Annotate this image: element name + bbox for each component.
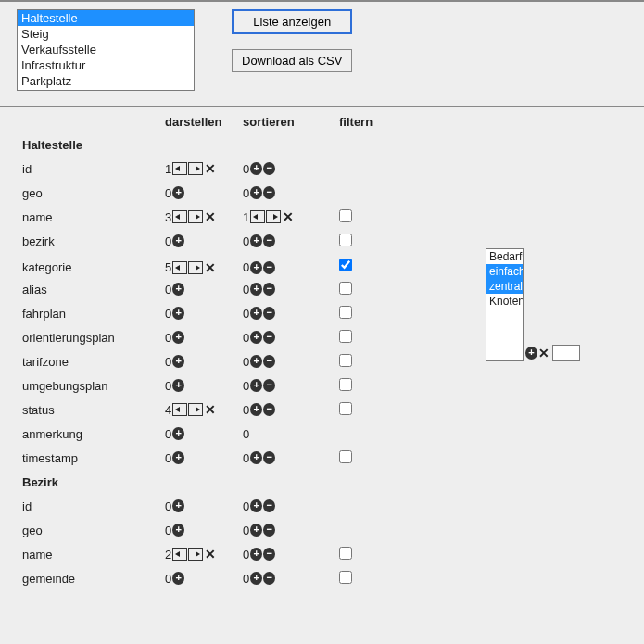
plus-icon[interactable]: + xyxy=(172,427,184,440)
arrow-left-icon[interactable] xyxy=(250,210,265,223)
minus-icon[interactable]: − xyxy=(263,283,275,296)
minus-icon[interactable]: − xyxy=(263,403,275,416)
plus-icon[interactable]: + xyxy=(250,451,262,464)
minus-icon[interactable]: − xyxy=(263,451,275,464)
filter-listbox-option[interactable]: einfache Hst. xyxy=(486,264,523,279)
arrow-right-icon[interactable] xyxy=(188,261,203,274)
plus-icon[interactable]: + xyxy=(250,331,262,344)
plus-icon[interactable]: + xyxy=(250,283,262,296)
row-label: id xyxy=(22,157,165,181)
plus-icon[interactable]: + xyxy=(250,403,262,416)
plus-icon[interactable]: + xyxy=(250,355,262,368)
filter-checkbox[interactable] xyxy=(339,450,352,463)
filter-listbox-option[interactable]: Bedarfshst. xyxy=(486,249,523,264)
plus-icon[interactable]: + xyxy=(172,379,184,392)
row-label: tarifzone xyxy=(22,349,165,373)
plus-icon[interactable]: + xyxy=(250,234,262,247)
plus-icon[interactable]: + xyxy=(250,307,262,320)
filter-listbox-option[interactable]: zentrale Hst. xyxy=(486,279,523,294)
plus-icon[interactable]: + xyxy=(172,307,184,320)
table-row: bezirk0+0+− xyxy=(22,229,473,253)
plus-icon[interactable]: + xyxy=(172,524,184,537)
plus-icon[interactable]: + xyxy=(172,186,184,199)
listbox-option[interactable]: Verkaufsstelle xyxy=(18,42,194,57)
plus-icon[interactable]: + xyxy=(172,234,184,247)
arrow-left-icon[interactable] xyxy=(172,210,187,223)
close-icon[interactable]: ✕ xyxy=(204,403,217,416)
minus-icon[interactable]: − xyxy=(263,234,275,247)
filter-listbox-option[interactable]: Knotenpunkt xyxy=(486,294,523,309)
value-number: 0 xyxy=(243,260,249,274)
listbox-option[interactable]: Steig xyxy=(18,26,194,42)
listbox-option[interactable]: Infrastruktur xyxy=(18,57,194,73)
arrow-right-icon[interactable] xyxy=(188,210,203,223)
plus-icon[interactable]: + xyxy=(250,548,262,561)
plus-icon[interactable]: + xyxy=(172,572,184,585)
arrow-left-icon[interactable] xyxy=(172,548,187,561)
plus-icon[interactable]: + xyxy=(525,347,537,360)
plus-icon[interactable]: + xyxy=(172,355,184,368)
filter-checkbox[interactable] xyxy=(339,282,352,295)
plus-icon[interactable]: + xyxy=(250,186,262,199)
close-icon[interactable]: ✕ xyxy=(204,210,217,223)
filter-checkbox[interactable] xyxy=(339,571,352,584)
value-number: 0 xyxy=(243,427,249,441)
minus-icon[interactable]: − xyxy=(263,499,275,512)
plus-icon[interactable]: + xyxy=(250,261,262,274)
arrow-left-icon[interactable] xyxy=(172,261,187,274)
plus-icon[interactable]: + xyxy=(172,499,184,512)
close-icon[interactable]: ✕ xyxy=(282,210,295,223)
arrow-left-icon[interactable] xyxy=(172,403,187,416)
plus-icon[interactable]: + xyxy=(250,379,262,392)
kategorie-filter-listbox[interactable]: Bedarfshst.einfache Hst.zentrale Hst.Kno… xyxy=(486,248,524,361)
filter-checkbox[interactable] xyxy=(339,402,352,415)
filter-text-input[interactable] xyxy=(552,345,580,361)
download-csv-button[interactable]: Download als CSV xyxy=(232,49,352,72)
minus-icon[interactable]: − xyxy=(263,572,275,585)
plus-icon[interactable]: + xyxy=(250,524,262,537)
arrow-left-icon[interactable] xyxy=(172,162,187,175)
show-list-button[interactable]: Liste anzeigen xyxy=(232,9,352,34)
listbox-option[interactable]: Haltestelle xyxy=(18,10,194,26)
filter-checkbox[interactable] xyxy=(339,209,352,222)
minus-icon[interactable]: − xyxy=(263,355,275,368)
table-row: id1✕0+− xyxy=(22,157,473,181)
arrow-right-icon[interactable] xyxy=(266,210,281,223)
plus-icon[interactable]: + xyxy=(172,451,184,464)
entity-listbox[interactable]: HaltestelleSteigVerkaufsstelleInfrastruk… xyxy=(17,9,195,91)
filter-checkbox[interactable] xyxy=(339,354,352,367)
arrow-right-icon[interactable] xyxy=(188,403,203,416)
plus-icon[interactable]: + xyxy=(172,283,184,296)
minus-icon[interactable]: − xyxy=(263,379,275,392)
filter-checkbox[interactable] xyxy=(339,330,352,343)
minus-icon[interactable]: − xyxy=(263,331,275,344)
listbox-option[interactable]: Parkplatz xyxy=(18,73,194,89)
plus-icon[interactable]: + xyxy=(250,499,262,512)
minus-icon[interactable]: − xyxy=(263,524,275,537)
listbox-option[interactable]: Verknüpfung xyxy=(18,89,194,91)
minus-icon[interactable]: − xyxy=(263,307,275,320)
minus-icon[interactable]: − xyxy=(263,261,275,274)
minus-icon[interactable]: − xyxy=(263,186,275,199)
filter-checkbox[interactable] xyxy=(339,378,352,391)
close-icon[interactable]: ✕ xyxy=(204,162,217,175)
filter-checkbox[interactable] xyxy=(339,234,352,246)
section-title: Haltestelle xyxy=(22,133,473,157)
minus-icon[interactable]: − xyxy=(263,162,275,175)
arrow-right-icon[interactable] xyxy=(188,548,203,561)
filter-checkbox[interactable] xyxy=(339,259,352,271)
arrow-right-icon[interactable] xyxy=(188,162,203,175)
table-row: anmerkung0+0 xyxy=(22,422,473,446)
filter-checkbox[interactable] xyxy=(339,306,352,319)
close-icon[interactable]: ✕ xyxy=(537,347,550,360)
filter-checkbox[interactable] xyxy=(339,547,352,560)
minus-icon[interactable]: − xyxy=(263,548,275,561)
value-number: 0 xyxy=(243,162,249,176)
close-icon[interactable]: ✕ xyxy=(204,261,217,274)
plus-icon[interactable]: + xyxy=(172,331,184,344)
close-icon[interactable]: ✕ xyxy=(204,548,217,561)
plus-icon[interactable]: + xyxy=(250,162,262,175)
row-label: alias xyxy=(22,277,165,301)
plus-icon[interactable]: + xyxy=(250,572,262,585)
value-number: 0 xyxy=(243,186,249,200)
